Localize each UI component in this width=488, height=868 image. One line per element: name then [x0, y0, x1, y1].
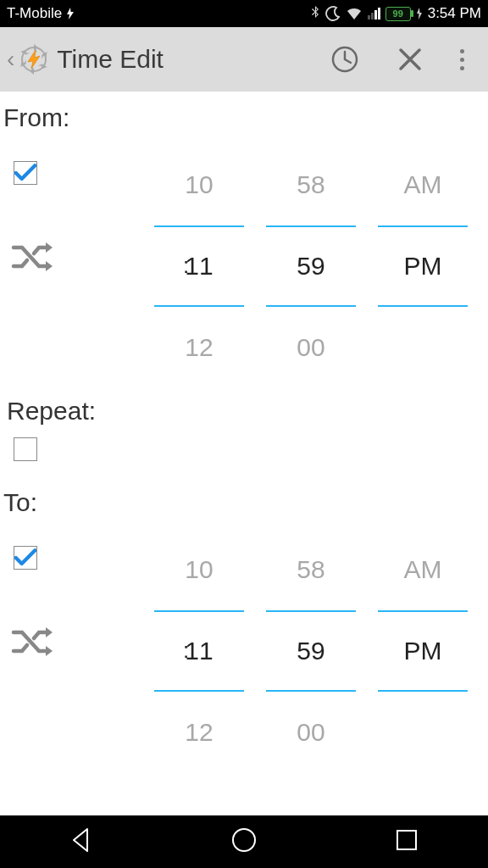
lightning-icon: [65, 8, 75, 19]
from-ampm-wheel[interactable]: AM PM: [378, 144, 468, 390]
moon-icon: [325, 6, 341, 21]
battery-indicator: 99: [385, 7, 411, 21]
status-left: T-Mobile: [7, 5, 75, 22]
from-ampm-prev: AM: [378, 144, 468, 225]
charging-icon: [416, 8, 423, 19]
from-shuffle-icon[interactable]: [10, 239, 56, 278]
from-enable-checkbox[interactable]: [14, 161, 37, 185]
from-picker: : 10 11 12 58 59 00 AM PM: [0, 139, 488, 393]
from-hour-prev: 10: [154, 144, 244, 225]
to-label: To:: [0, 473, 488, 524]
from-minute-wheel[interactable]: 58 59 00: [266, 144, 356, 390]
battery-level: 99: [393, 8, 403, 19]
to-wheels: : 10 11 12 58 59 00 AM PM: [69, 529, 468, 778]
svg-point-2: [233, 829, 255, 851]
to-ampm-next: [378, 692, 468, 773]
status-bar: T-Mobile 99 3:54 PM: [0, 0, 488, 27]
to-minute-wheel[interactable]: 58 59 00: [266, 529, 356, 775]
nav-home-icon[interactable]: [230, 826, 258, 858]
signal-icon: [368, 8, 380, 19]
from-hour-next: 12: [154, 307, 244, 388]
bluetooth-icon: [310, 6, 320, 21]
to-picker: : 10 11 12 58 59 00 AM PM: [0, 524, 488, 778]
from-ampm-next: [378, 307, 468, 388]
from-min-next: 00: [266, 307, 356, 388]
repeat-label: Repeat:: [3, 393, 485, 432]
clock-icon[interactable]: [330, 44, 360, 75]
to-hour-next: 12: [154, 692, 244, 773]
from-min-prev: 58: [266, 144, 356, 225]
to-ampm-wheel[interactable]: AM PM: [378, 529, 468, 775]
wifi-icon: [346, 7, 363, 20]
overflow-menu-icon[interactable]: [460, 49, 464, 70]
to-hour-wheel[interactable]: 10 11 12: [154, 529, 244, 775]
to-ampm-current: PM: [378, 610, 468, 692]
to-min-prev: 58: [266, 529, 356, 610]
from-controls: [10, 144, 69, 393]
back-chevron-icon[interactable]: ‹: [5, 46, 16, 73]
to-min-next: 00: [266, 692, 356, 773]
app-bar: ‹ Time Edit: [0, 27, 488, 92]
nav-back-icon[interactable]: [67, 826, 96, 858]
to-ampm-prev: AM: [378, 529, 468, 610]
to-hour-prev: 10: [154, 529, 244, 610]
repeat-section: Repeat:: [0, 393, 488, 473]
from-hour-wheel[interactable]: 10 11 12: [154, 144, 244, 390]
from-hour-current: 11: [154, 225, 244, 307]
nav-bar: [0, 815, 488, 868]
repeat-checkbox[interactable]: [14, 437, 37, 461]
nav-recent-icon[interactable]: [392, 826, 421, 858]
status-right: 99 3:54 PM: [310, 5, 481, 22]
from-ampm-current: PM: [378, 225, 468, 307]
app-actions: [330, 44, 483, 75]
tasker-logo-icon: [16, 42, 52, 77]
svg-rect-3: [397, 831, 416, 849]
to-hour-current: 11: [154, 610, 244, 692]
close-icon[interactable]: [397, 47, 423, 72]
clock-text: 3:54 PM: [428, 5, 481, 22]
to-shuffle-icon[interactable]: [10, 624, 56, 663]
from-label: From:: [0, 92, 488, 139]
from-min-current: 59: [266, 225, 356, 307]
to-controls: [10, 529, 69, 778]
content: From: : 10 11 12 58 59 00 AM P: [0, 92, 488, 778]
to-enable-checkbox[interactable]: [14, 546, 37, 570]
to-min-current: 59: [266, 610, 356, 692]
carrier-text: T-Mobile: [7, 5, 62, 22]
page-title: Time Edit: [57, 45, 330, 74]
from-wheels: : 10 11 12 58 59 00 AM PM: [69, 144, 468, 393]
